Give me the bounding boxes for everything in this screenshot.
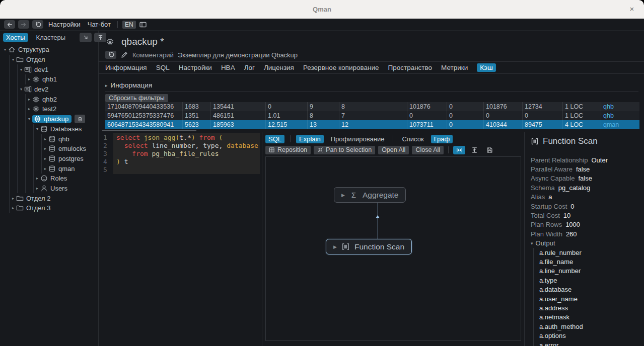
tree-expander-icon[interactable]: ▸ <box>42 156 48 161</box>
language-switcher[interactable]: EN <box>122 21 136 29</box>
tree-expander-icon[interactable]: ▸ <box>42 137 48 141</box>
tree-item-dev2[interactable]: ▾dev2 <box>18 84 98 95</box>
explain-tab-explain[interactable]: Explain <box>296 135 324 143</box>
tree-item-qbackup[interactable]: ▾qbackup <box>26 114 98 124</box>
tab-резервное-копирование[interactable]: Резервное копирование <box>303 64 379 71</box>
title-bar[interactable]: Qman × <box>0 0 644 19</box>
tree-item-qhb1[interactable]: ▸qhb1 <box>26 74 98 84</box>
tree-item-qman[interactable]: ▸qman <box>42 163 98 174</box>
forward-button[interactable] <box>18 20 29 29</box>
tree-expander-icon[interactable]: ▾ <box>2 47 8 52</box>
tab-настройки[interactable]: Настройки <box>179 64 212 71</box>
reposition-button[interactable]: Reposition <box>265 146 311 154</box>
tree-expander-icon[interactable]: ▸ <box>26 97 32 102</box>
node-expander-icon[interactable]: ▶ <box>341 193 345 198</box>
tab-пространство[interactable]: Пространство <box>388 64 432 71</box>
tree-expander-icon[interactable]: ▾ <box>18 67 24 72</box>
output-section-header[interactable]: ▾ Output <box>531 239 644 248</box>
settings-menu[interactable]: Настройки <box>46 21 83 28</box>
table-row[interactable]: 594765012537533747613514861511.018700001… <box>105 111 639 120</box>
save-image-button[interactable] <box>483 146 495 154</box>
delete-host-button[interactable] <box>75 115 85 123</box>
explain-tab-sql[interactable]: SQL <box>265 135 284 143</box>
sidebar-tab-хосты[interactable]: Хосты <box>3 33 28 42</box>
undo-button[interactable] <box>32 20 43 29</box>
output-item: a.database <box>539 285 644 294</box>
comment-label: Комментарий <box>132 51 174 59</box>
tree-item-отдел[interactable]: ▾Отдел <box>10 55 98 65</box>
info-section-header[interactable]: ▸ Информация <box>105 81 644 89</box>
revert-comment-button[interactable] <box>105 51 116 59</box>
table-cell: 12 <box>339 120 407 129</box>
fit-horizontal-button[interactable] <box>453 146 465 154</box>
tab-hba[interactable]: HBA <box>221 64 235 71</box>
tree-item-roles[interactable]: ▸Roles <box>34 174 98 184</box>
pencil-icon[interactable] <box>120 51 128 59</box>
tree-item-отдел-3[interactable]: ▸Отдел 3 <box>10 203 98 213</box>
explain-tab-граф[interactable]: Граф <box>431 135 453 143</box>
tree-item-databases[interactable]: ▾Databases <box>34 124 98 134</box>
tab-информация[interactable]: Информация <box>105 64 147 71</box>
node-expander-icon[interactable]: ▶ <box>333 244 337 249</box>
table-cell-link[interactable]: qman <box>601 120 639 129</box>
tab-лог[interactable]: Лог <box>244 64 255 71</box>
tree-expander-icon[interactable]: ▸ <box>42 146 48 151</box>
tree-item-postgres[interactable]: ▸postgres <box>42 154 98 164</box>
explain-tab-список[interactable]: Список <box>399 135 426 143</box>
output-item: a.error <box>539 340 644 346</box>
main-panel: qbackup * Комментарий Экземпляр для демо… <box>99 31 644 346</box>
node-label: Function Scan <box>354 242 404 251</box>
open-all-button[interactable]: Open All <box>378 146 409 154</box>
tree-expander-icon[interactable]: ▸ <box>34 186 40 191</box>
tree-item-dev1[interactable]: ▾dev1 <box>18 64 98 74</box>
sidebar-tab-кластеры[interactable]: Кластеры <box>33 33 69 42</box>
table-row[interactable]: 6064871534343580941562318596312.51513121… <box>105 120 639 129</box>
table-cell: 0 <box>483 111 522 120</box>
close-icon[interactable]: × <box>627 4 637 14</box>
chatbot-menu[interactable]: Чат-бот <box>86 21 113 28</box>
tree-item-label: qhb2 <box>42 96 57 103</box>
tree-item-users[interactable]: ▸Users <box>34 184 98 194</box>
keyboard-layout-icon[interactable] <box>139 21 147 29</box>
table-cell-link[interactable]: qhb <box>601 102 639 111</box>
table-cell-link[interactable]: qhb <box>601 111 639 120</box>
tree-item-label: dev2 <box>34 85 48 93</box>
tree-expander-icon[interactable]: ▾ <box>18 87 24 92</box>
tree-expander-icon[interactable]: ▸ <box>34 176 40 181</box>
table-row[interactable]: 1710408709440433536168313544109810187601… <box>105 102 639 111</box>
corner-down-button[interactable] <box>80 33 92 42</box>
tree-expander-icon[interactable]: ▾ <box>34 127 40 131</box>
tree-item-qhb[interactable]: ▸qhb <box>42 134 98 144</box>
tree-expander-icon[interactable]: ▸ <box>42 166 48 171</box>
tree-expander-icon[interactable]: ▾ <box>10 57 16 62</box>
tree-item-структура[interactable]: ▾Структура <box>2 45 98 55</box>
tree-item-emulocks[interactable]: ▸emulocks <box>42 144 98 154</box>
tab-кэш[interactable]: Кэш <box>477 63 496 72</box>
back-button[interactable] <box>4 20 15 29</box>
tree-item-отдел-2[interactable]: ▸Отдел 2 <box>10 193 98 203</box>
plan-node-aggregate[interactable]: ▶ΣAggregate <box>334 187 406 203</box>
tree-expander-icon[interactable]: ▸ <box>26 107 32 111</box>
tree-item-test2[interactable]: ▸test2 <box>26 104 98 114</box>
property-value: pg_catalog <box>558 184 591 192</box>
explain-tab-профилирование[interactable]: Профилирование <box>328 135 388 143</box>
tab-метрики[interactable]: Метрики <box>441 64 468 71</box>
tree-expander-icon[interactable]: ▸ <box>10 196 16 201</box>
reset-filters-button[interactable]: Сбросить фильтры <box>105 94 168 102</box>
tree-item-qhb2[interactable]: ▸qhb2 <box>26 94 98 104</box>
tree-expander-icon[interactable]: ▾ <box>26 117 32 121</box>
comment-value[interactable]: Экземпляр для демонстрации Qbackup <box>178 51 298 59</box>
pan-to-selection-button[interactable]: Pan to Selection <box>314 146 375 154</box>
plan-node-function-scan[interactable]: ▶Function Scan <box>326 239 412 254</box>
close-all-button[interactable]: Close All <box>412 146 444 154</box>
fit-vertical-button[interactable] <box>468 146 480 154</box>
table-horizontal-scrollbar[interactable] <box>102 130 196 131</box>
table-cell: 89475 <box>522 120 562 129</box>
sql-editor[interactable]: 12345 select json_agg(t.*) from ( select… <box>99 132 262 346</box>
plan-graph-canvas[interactable]: ▶ΣAggregate ▶Function Scan <box>265 156 521 341</box>
tree-expander-icon[interactable]: ▸ <box>26 77 32 81</box>
tab-sql[interactable]: SQL <box>156 64 170 71</box>
editor-code[interactable]: select json_agg(t.*) from ( select line_… <box>113 133 260 174</box>
tab-лицензия[interactable]: Лицензия <box>264 64 294 71</box>
tree-expander-icon[interactable]: ▸ <box>10 206 16 210</box>
